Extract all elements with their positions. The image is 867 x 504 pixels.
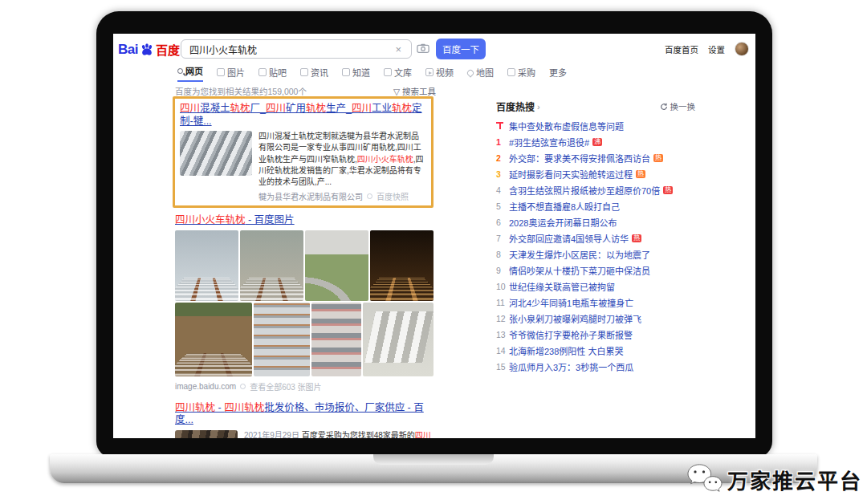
view-all-images-link[interactable]: 查看全部603 张图片 [250, 380, 321, 392]
images-source[interactable]: image.baidu.com [175, 382, 236, 391]
image-result-thumbnail[interactable] [254, 303, 310, 376]
result-title-link[interactable]: 四川混凝土轨枕厂_四川矿用轨枕生产_四川工业轨枕定制-犍... [180, 103, 426, 128]
hot-search-rank: 2 [496, 153, 509, 163]
hot-search-text: 天津发生爆炸小区居民：以为地震了 [509, 248, 650, 261]
image-result-thumbnail[interactable] [175, 230, 238, 301]
hot-search-item[interactable]: 4 含羽生结弦照片报纸被炒至超原价70倍 热 [496, 182, 706, 198]
baidu-paw-icon [139, 42, 155, 58]
image-results-grid [175, 230, 434, 376]
baidu-home-link[interactable]: 百度首页 [665, 43, 698, 55]
tab-资讯[interactable]: 资讯 [300, 66, 328, 82]
hot-search-rank: 9 [496, 266, 509, 275]
hot-search-item[interactable]: 2 外交部：要求美不得安排佩洛西访台 热 [496, 150, 706, 166]
hot-search-rank: 12 [496, 314, 509, 323]
tab-采购[interactable]: 采购 [507, 66, 535, 82]
images-block-title-link[interactable]: 四川小火车轨枕 - 百度图片 [175, 214, 434, 227]
result-thumbnail[interactable] [180, 131, 252, 176]
tab-文库[interactable]: 文库 [384, 66, 412, 82]
hot-search-item[interactable]: 11 河北4少年同骑1电瓶车被撞身亡 [496, 295, 706, 311]
hot-search-item[interactable]: 6 2028奥运会开闭幕日期公布 [496, 214, 706, 230]
generic-icon [342, 68, 350, 76]
tab-图片[interactable]: 图片 [217, 66, 245, 82]
generic-icon [507, 68, 515, 76]
hot-search-rank: 8 [496, 250, 509, 259]
hot-search-badge: 热 [636, 170, 645, 179]
user-avatar[interactable] [735, 42, 749, 56]
refresh-icon [660, 103, 668, 111]
logo-text-baidu-cn: 百度 [156, 41, 180, 58]
snapshot-link[interactable]: 百度快照 [377, 190, 409, 202]
hot-search-text: #羽生结弦宣布退役# [509, 136, 589, 148]
hot-search-rank: 7 [496, 234, 509, 243]
pinned-top-icon [496, 122, 503, 129]
vertical-tabs: 网页 图片 贴吧 资讯 知道 文库 视频 地图 采购 更多 [177, 67, 567, 82]
search-tools-button[interactable]: ▽ 搜索工具 [393, 85, 436, 97]
hot-search-text: 外交部回应邀请4国领导人访华 [509, 232, 629, 245]
tab-贴吧[interactable]: 贴吧 [258, 66, 287, 82]
page: Bai 百度 × [0, 0, 867, 504]
result-title-link[interactable]: 四川轨枕 - 四川轨枕批发价格、市场报价、厂家供应 - 百度... [175, 402, 434, 427]
settings-link[interactable]: 设置 [708, 43, 725, 55]
clear-icon[interactable]: × [395, 43, 401, 55]
hot-search-rank: 5 [496, 201, 509, 211]
hot-search-text: 河北4少年同骑1电瓶车被撞身亡 [509, 296, 633, 309]
hot-search-rank: 13 [496, 330, 509, 339]
image-result-thumbnail[interactable] [175, 303, 252, 376]
hot-search-title[interactable]: 百度热搜 [496, 100, 535, 113]
hot-search-rank: 15 [496, 362, 509, 372]
hot-search-panel: 百度热搜 › 换一换 集中查处散布虚假信息等问题 1 #羽生结弦宣布退役# 沸 [496, 100, 706, 375]
generic-icon [217, 68, 225, 76]
hot-search-rank: 10 [496, 282, 509, 291]
hot-search-item[interactable]: 3 延时摄影看问天实验舱转运过程 热 [496, 166, 706, 182]
hot-search-text: 验瓜师月入3万：3秒挑一个西瓜 [509, 360, 633, 373]
laptop-bezel: Bai 百度 × [96, 11, 772, 457]
hot-search-item[interactable]: 1 #羽生结弦宣布退役# 沸 [496, 134, 706, 150]
hot-search-item[interactable]: 9 情侣吵架从十楼扔下菜刀砸中保洁员 [496, 262, 706, 278]
baidu-logo[interactable]: Bai 百度 [118, 41, 180, 58]
hot-search-item[interactable]: 8 天津发生爆炸小区居民：以为地震了 [496, 246, 706, 262]
tab-地图[interactable]: 地图 [467, 66, 494, 82]
image-result-thumbnail[interactable] [305, 230, 368, 301]
browser-screen: Bai 百度 × [113, 34, 755, 438]
generic-icon [300, 68, 308, 76]
hot-search-item[interactable]: 7 外交部回应邀请4国领导人访华 热 [496, 230, 706, 246]
search-box[interactable]: × [181, 39, 412, 59]
map-icon [466, 68, 474, 77]
hot-search-rank: 6 [496, 217, 509, 227]
image-result-thumbnail[interactable] [311, 303, 361, 376]
image-result-thumbnail[interactable] [240, 230, 303, 301]
hot-search-item[interactable]: 14 北海新增238例阳性 大白累哭 [496, 343, 706, 359]
refresh-hot-search-button[interactable]: 换一换 [660, 100, 696, 112]
tab-网页[interactable]: 网页 [177, 64, 203, 82]
result-source[interactable]: 犍为县华君水泥制品有限公司 [258, 190, 363, 202]
tab-更多[interactable]: 更多 [549, 66, 567, 82]
hot-search-text: 张小泉剁刀被曝剁鸡腿时刀被弹飞 [509, 312, 641, 325]
hot-search-item[interactable]: 集中查处散布虚假信息等问题 [496, 118, 706, 134]
result-thumbnail[interactable] [175, 430, 238, 438]
hot-search-text: 集中查处散布虚假信息等问题 [509, 120, 624, 132]
hot-search-item[interactable]: 10 世纪佳缘关联高管已被拘留 [496, 278, 706, 295]
laptop-notch [373, 454, 494, 465]
hot-search-item[interactable]: 15 验瓜师月入3万：3秒挑一个西瓜 [496, 359, 706, 375]
hot-search-text: 爷爷微信打字要枪孙子果断报警 [509, 328, 633, 341]
view-all-icon [240, 384, 246, 389]
hot-search-badge: 热 [632, 234, 641, 243]
hot-search-rank: 4 [496, 185, 509, 195]
hot-search-rank: 14 [496, 346, 509, 356]
tab-知道[interactable]: 知道 [342, 66, 370, 82]
search-result: 四川轨枕 - 四川轨枕批发价格、市场报价、厂家供应 - 百度... 2021年9… [175, 402, 434, 438]
tab-视频[interactable]: 视频 [425, 66, 454, 82]
image-result-thumbnail[interactable] [363, 303, 434, 376]
video-icon [425, 68, 434, 76]
generic-icon [384, 68, 392, 76]
hot-search-badge: 热 [663, 186, 673, 195]
hot-search-item[interactable]: 12 张小泉剁刀被曝剁鸡腿时刀被弹飞 [496, 311, 706, 327]
highlighted-result: 四川混凝土轨枕厂_四川矿用轨枕生产_四川工业轨枕定制-犍... 四川混凝土轨枕定… [173, 96, 434, 208]
search-input[interactable] [188, 43, 395, 55]
image-result-thumbnail[interactable] [370, 230, 434, 301]
hot-search-item[interactable]: 5 主播不想直播雇8人殴打自己 [496, 198, 706, 214]
hot-search-item[interactable]: 13 爷爷微信打字要枪孙子果断报警 [496, 327, 706, 343]
search-submit-button[interactable]: 百度一下 [436, 39, 486, 59]
camera-search-icon[interactable] [417, 43, 429, 54]
hot-search-text: 北海新增238例阳性 大白累哭 [509, 344, 623, 357]
